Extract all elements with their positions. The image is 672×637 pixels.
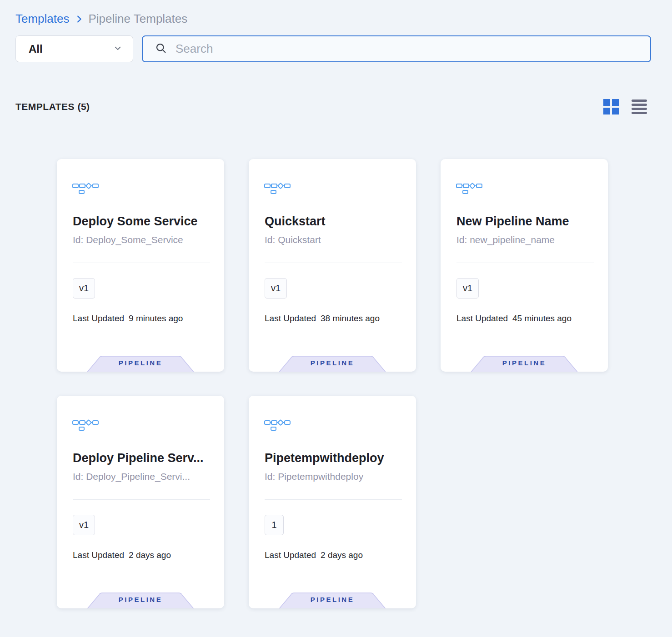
pipeline-tag-label: PIPELINE bbox=[469, 359, 580, 367]
last-updated-row: Last Updated 2 days ago bbox=[73, 550, 171, 560]
last-updated-label: Last Updated bbox=[456, 314, 508, 323]
template-title: Pipetempwithdeploy bbox=[265, 451, 403, 465]
view-toggles bbox=[603, 99, 647, 114]
template-card[interactable]: Deploy Some Service Id: Deploy_Some_Serv… bbox=[57, 159, 224, 372]
pipeline-tag-label: PIPELINE bbox=[85, 359, 196, 367]
pipeline-tag: PIPELINE bbox=[469, 355, 580, 372]
pipeline-icon bbox=[264, 181, 291, 194]
scope-filter-value: All bbox=[29, 43, 43, 55]
pipeline-tag: PIPELINE bbox=[277, 592, 388, 608]
search-icon bbox=[155, 42, 167, 56]
pipeline-icon bbox=[72, 181, 99, 194]
pipeline-icon bbox=[264, 418, 291, 431]
breadcrumb-templates-link[interactable]: Templates bbox=[15, 12, 70, 26]
pipeline-tag: PIPELINE bbox=[277, 355, 388, 372]
version-badge: v1 bbox=[73, 515, 95, 535]
chevron-right-icon bbox=[74, 14, 84, 24]
breadcrumb: Templates Pipeline Templates bbox=[15, 12, 187, 26]
last-updated-row: Last Updated 9 minutes ago bbox=[73, 314, 183, 323]
filter-search-row: All bbox=[15, 35, 651, 62]
last-updated-value: 9 minutes ago bbox=[129, 314, 183, 323]
last-updated-row: Last Updated 2 days ago bbox=[265, 550, 363, 560]
template-id: Id: Pipetempwithdeploy bbox=[265, 471, 403, 482]
template-card[interactable]: Quickstart Id: Quickstart v1 Last Update… bbox=[249, 159, 416, 372]
grid-view-icon[interactable] bbox=[603, 99, 619, 114]
pipeline-icon bbox=[456, 181, 482, 194]
last-updated-value: 38 minutes ago bbox=[321, 314, 380, 323]
template-id: Id: Deploy_Some_Service bbox=[73, 234, 211, 245]
version-badge: v1 bbox=[73, 278, 95, 299]
pipeline-tag: PIPELINE bbox=[85, 592, 196, 608]
last-updated-row: Last Updated 45 minutes ago bbox=[456, 314, 572, 323]
pipeline-icon bbox=[72, 418, 99, 431]
templates-count-heading: TEMPLATES (5) bbox=[15, 101, 90, 112]
version-badge: v1 bbox=[456, 278, 479, 299]
card-divider bbox=[456, 263, 594, 263]
pipeline-tag-label: PIPELINE bbox=[277, 359, 388, 367]
template-card[interactable]: Pipetempwithdeploy Id: Pipetempwithdeplo… bbox=[249, 396, 416, 608]
search-box bbox=[142, 35, 651, 62]
template-card[interactable]: New Pipeline Name Id: new_pipeline_name … bbox=[441, 159, 608, 372]
list-view-icon[interactable] bbox=[632, 100, 647, 114]
pipeline-tag-label: PIPELINE bbox=[277, 596, 388, 603]
template-grid: Deploy Some Service Id: Deploy_Some_Serv… bbox=[57, 159, 608, 608]
card-divider bbox=[73, 499, 210, 500]
last-updated-value: 2 days ago bbox=[321, 550, 363, 560]
template-id: Id: Quickstart bbox=[265, 234, 403, 245]
template-title: New Pipeline Name bbox=[456, 214, 595, 229]
template-title: Quickstart bbox=[265, 214, 403, 229]
template-title: Deploy Some Service bbox=[73, 214, 211, 229]
templates-section-header: TEMPLATES (5) bbox=[15, 99, 647, 114]
last-updated-label: Last Updated bbox=[265, 550, 316, 560]
card-divider bbox=[73, 263, 210, 263]
template-title: Deploy Pipeline Serv... bbox=[73, 451, 211, 465]
version-badge: 1 bbox=[265, 515, 284, 535]
pipeline-tag: PIPELINE bbox=[85, 355, 196, 372]
last-updated-row: Last Updated 38 minutes ago bbox=[265, 314, 380, 323]
breadcrumb-current-page: Pipeline Templates bbox=[89, 12, 188, 26]
template-id: Id: Deploy_Pipeline_Servi... bbox=[73, 471, 211, 482]
search-input[interactable] bbox=[176, 42, 641, 56]
card-divider bbox=[265, 263, 402, 263]
template-card[interactable]: Deploy Pipeline Serv... Id: Deploy_Pipel… bbox=[57, 396, 224, 608]
chevron-down-icon bbox=[114, 44, 122, 54]
card-divider bbox=[265, 499, 402, 500]
scope-filter-dropdown[interactable]: All bbox=[15, 35, 133, 62]
last-updated-value: 45 minutes ago bbox=[512, 314, 572, 323]
last-updated-value: 2 days ago bbox=[129, 550, 171, 560]
template-id: Id: new_pipeline_name bbox=[456, 234, 595, 245]
last-updated-label: Last Updated bbox=[73, 550, 124, 560]
pipeline-tag-label: PIPELINE bbox=[85, 596, 196, 603]
last-updated-label: Last Updated bbox=[73, 314, 124, 323]
last-updated-label: Last Updated bbox=[265, 314, 316, 323]
version-badge: v1 bbox=[265, 278, 287, 299]
